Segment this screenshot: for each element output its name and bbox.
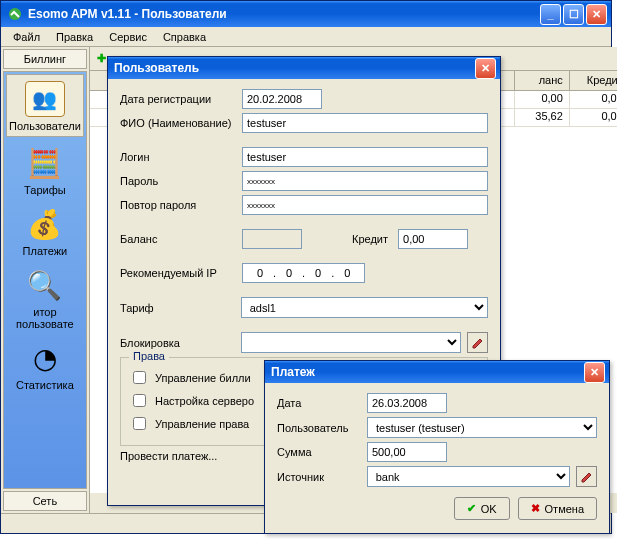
sidebar-item-label: Пользователи — [9, 120, 81, 132]
block-edit-button[interactable] — [467, 332, 488, 353]
ip-field[interactable]: . . . — [242, 263, 365, 283]
cell-balance: 35,62 — [515, 109, 570, 127]
cb-servers-label: Настройка серверо — [155, 395, 254, 407]
label-credit: Кредит — [352, 233, 388, 245]
ip-octet-1[interactable] — [247, 265, 273, 281]
maximize-button[interactable]: ☐ — [563, 4, 584, 25]
cell-credit: 0,00 — [570, 109, 617, 127]
user-dialog-close-button[interactable]: ✕ — [475, 58, 496, 79]
user-dialog-title: Пользователь — [114, 61, 199, 75]
label-pay-sum: Сумма — [277, 446, 367, 458]
regdate-input[interactable] — [242, 89, 322, 109]
globe-search-icon: 🔍 — [25, 267, 65, 303]
sidebar-item-label: Платежи — [6, 245, 84, 257]
label-pay-source: Источник — [277, 471, 367, 483]
payment-dialog: Платеж ✕ Дата Пользователь testuser (tes… — [264, 360, 610, 534]
sidebar-item-payments[interactable]: 💰 Платежи — [4, 200, 86, 261]
payment-dialog-close-button[interactable]: ✕ — [584, 362, 605, 383]
sidebar-item-stats[interactable]: ◔ Статистика — [4, 334, 86, 395]
cb-rights-label: Управление права — [155, 418, 249, 430]
label-block: Блокировка — [120, 337, 241, 349]
block-select[interactable] — [241, 332, 461, 353]
pay-sum-input[interactable] — [367, 442, 447, 462]
login-input[interactable] — [242, 147, 488, 167]
credit-input[interactable] — [398, 229, 468, 249]
make-payment-link[interactable]: Провести платеж... — [120, 450, 217, 462]
menu-edit[interactable]: Правка — [48, 29, 101, 45]
menu-help[interactable]: Справка — [155, 29, 214, 45]
password-input[interactable] — [242, 171, 488, 191]
balance-input — [242, 229, 302, 249]
cb-rights[interactable] — [133, 417, 146, 430]
menu-file[interactable]: Файл — [5, 29, 48, 45]
label-balance: Баланс — [120, 233, 242, 245]
label-regdate: Дата регистрации — [120, 93, 242, 105]
side-tab-billing[interactable]: Биллинг — [3, 49, 87, 69]
cancel-button-label: Отмена — [545, 503, 584, 515]
ok-button[interactable]: ✔ OK — [454, 497, 510, 520]
users-icon: 👥 — [25, 81, 65, 117]
label-tariff: Тариф — [120, 302, 241, 314]
payment-dialog-titlebar: Платеж ✕ — [265, 361, 609, 383]
calculator-icon: 🧮 — [25, 145, 65, 181]
label-pay-date: Дата — [277, 397, 367, 409]
sidebar-item-tariffs[interactable]: 🧮 Тарифы — [4, 139, 86, 200]
sidebar-item-label: Тарифы — [6, 184, 84, 196]
label-login: Логин — [120, 151, 242, 163]
label-ip: Рекомендуемый IP — [120, 267, 242, 279]
sidebar: Биллинг 👥 Пользователи 🧮 Тарифы 💰 Платеж… — [1, 47, 90, 513]
money-icon: 💰 — [25, 206, 65, 242]
side-tab-network[interactable]: Сеть — [3, 491, 87, 511]
label-password2: Повтор пароля — [120, 199, 242, 211]
label-password: Пароль — [120, 175, 242, 187]
user-dialog-titlebar: Пользователь ✕ — [108, 57, 500, 79]
source-edit-button[interactable] — [576, 466, 597, 487]
tariff-select[interactable]: adsl1 — [241, 297, 488, 318]
cancel-button[interactable]: ✖ Отмена — [518, 497, 597, 520]
close-button[interactable]: ✕ — [586, 4, 607, 25]
main-title: Esomo APM v1.11 - Пользователи — [28, 7, 227, 21]
pencil-icon — [472, 337, 484, 349]
pay-user-select[interactable]: testuser (testuser) — [367, 417, 597, 438]
label-fio: ФИО (Наименование) — [120, 117, 242, 129]
ok-button-label: OK — [481, 503, 497, 515]
cross-icon: ✖ — [531, 502, 540, 515]
sidebar-item-label: итор пользовате — [6, 306, 84, 330]
sidebar-list: 👥 Пользователи 🧮 Тарифы 💰 Платежи 🔍 итор… — [3, 71, 87, 489]
cb-servers[interactable] — [133, 394, 146, 407]
col-credit[interactable]: Кредит — [570, 71, 617, 90]
menu-service[interactable]: Сервис — [101, 29, 155, 45]
cb-billing[interactable] — [133, 371, 146, 384]
password2-input[interactable] — [242, 195, 488, 215]
minimize-button[interactable]: _ — [540, 4, 561, 25]
ip-octet-3[interactable] — [305, 265, 331, 281]
rights-legend: Права — [129, 350, 169, 362]
label-pay-user: Пользователь — [277, 422, 367, 434]
app-icon — [7, 6, 23, 22]
sidebar-item-users[interactable]: 👥 Пользователи — [6, 74, 84, 137]
pie-chart-icon: ◔ — [25, 340, 65, 376]
sidebar-item-label: Статистика — [6, 379, 84, 391]
fio-input[interactable] — [242, 113, 488, 133]
pay-source-select[interactable]: bank — [367, 466, 570, 487]
sidebar-item-monitor[interactable]: 🔍 итор пользовате — [4, 261, 86, 334]
cell-balance: 0,00 — [515, 91, 570, 109]
payment-dialog-title: Платеж — [271, 365, 315, 379]
col-balance[interactable]: ланс — [515, 71, 570, 90]
cell-credit: 0,00 — [570, 91, 617, 109]
main-titlebar: Esomo APM v1.11 - Пользователи _ ☐ ✕ — [1, 1, 611, 27]
main-menubar: Файл Правка Сервис Справка — [1, 27, 611, 47]
ip-octet-4[interactable] — [334, 265, 360, 281]
ip-octet-2[interactable] — [276, 265, 302, 281]
pay-date-input[interactable] — [367, 393, 447, 413]
check-icon: ✔ — [467, 502, 476, 515]
pencil-icon — [581, 471, 593, 483]
cb-billing-label: Управление билли — [155, 372, 251, 384]
